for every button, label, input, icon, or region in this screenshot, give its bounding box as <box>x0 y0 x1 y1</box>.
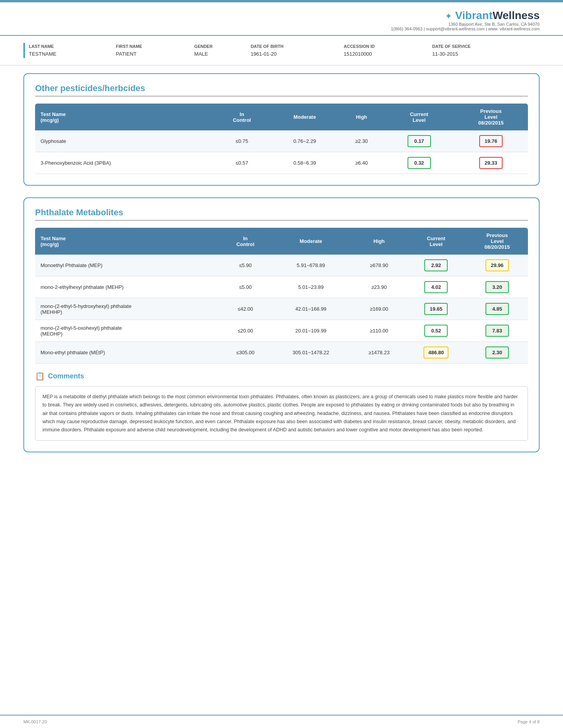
in-control: ≤5.00 <box>221 276 270 298</box>
patient-dos: 11-30-2015 <box>432 50 540 58</box>
pesticides-header-row: Test Name(mcg/g) InControl Moderate High… <box>35 104 528 130</box>
patient-gender: MALE <box>194 50 251 58</box>
col-moderate: Moderate <box>271 104 339 130</box>
patient-col-lastname: LAST NAME <box>24 43 116 50</box>
moderate: 305.01~1478.22 <box>270 342 352 364</box>
table-row: Monoethyl Phthalate (MEP) ≤5.90 5.91~678… <box>35 255 528 276</box>
in-control: ≤0.75 <box>213 130 271 152</box>
table-row: mono-(2-ethyl-5-hydroxyhexyl) phthalate(… <box>35 298 528 320</box>
moderate: 0.76~2.29 <box>271 130 339 152</box>
logo-title: ✦ VibrantWellness <box>391 9 540 22</box>
in-control: ≤0.57 <box>213 152 271 174</box>
previous-level: 7.83 <box>466 320 528 342</box>
col-test-name: Test Name(mcg/g) <box>35 104 213 130</box>
patient-header-row: LAST NAME FIRST NAME GENDER DATE OF BIRT… <box>24 43 540 50</box>
test-name: mono-(2-ethyl-5-hydroxyhexyl) phthalate(… <box>35 298 221 320</box>
table-row: Mono-ethyl phthalate (MEtP) ≤305.00 305.… <box>35 342 528 364</box>
previous-level: 2.30 <box>466 342 528 364</box>
moderate: 42.01~168.99 <box>270 298 352 320</box>
table-row: mono-2-ethylhexyl phthalate (MEHP) ≤5.00… <box>35 276 528 298</box>
patient-firstname: PATIENT <box>116 50 194 58</box>
previous-level: 4.85 <box>466 298 528 320</box>
previous-level: 29.96 <box>466 255 528 276</box>
current-level: 486.80 <box>406 342 466 364</box>
current-level: 19.65 <box>406 298 466 320</box>
test-name: mono-(2-ethyl-5-oxohexyl) phthalate(MEOH… <box>35 320 221 342</box>
previous-level: 19.76 <box>454 130 528 152</box>
footer-left: MK-0017-20 <box>23 719 47 724</box>
table-row: mono-(2-ethyl-5-oxohexyl) phthalate(MEOH… <box>35 320 528 342</box>
main-content: Other pesticides/herbcides Test Name(mcg… <box>0 65 563 472</box>
moderate: 5.91~678.89 <box>270 255 352 276</box>
patient-col-dob: DATE OF BIRTH <box>251 43 344 50</box>
logo-name-part2: Wellness <box>492 9 540 21</box>
moderate: 5.01~23.89 <box>270 276 352 298</box>
test-name: 3-Phenoxybenzoic Acid (3PBA) <box>35 152 213 174</box>
section-phthalates: Phthalate Metabolites Test Name(mcg/g) I… <box>23 197 540 452</box>
patient-col-dos: DATE OF SERVICE <box>432 43 540 50</box>
in-control: ≤20.00 <box>221 320 270 342</box>
phthalates-table: Test Name(mcg/g) InControl Moderate High… <box>35 228 528 364</box>
section-pesticides: Other pesticides/herbcides Test Name(mcg… <box>23 73 540 186</box>
section-pesticides-title: Other pesticides/herbcides <box>35 83 528 97</box>
high: ≥6.40 <box>339 152 384 174</box>
col-in-control: InControl <box>213 104 271 130</box>
logo-icon: ✦ <box>445 11 452 21</box>
patient-lastname: TESTNAME <box>24 50 116 58</box>
comments-section: 📋 Comments MEP is a metabolite of diethy… <box>35 371 528 441</box>
logo-area: ✦ VibrantWellness 1360 Bayport Ave, Ste … <box>391 9 540 31</box>
table-row: Glyphosate ≤0.75 0.76~2.29 ≥2.30 0.17 19… <box>35 130 528 152</box>
high: ≥169.00 <box>352 298 406 320</box>
col-test-name2: Test Name(mcg/g) <box>35 228 221 255</box>
current-level: 0.17 <box>384 130 454 152</box>
col-in-control2: InControl <box>221 228 270 255</box>
current-level: 2.92 <box>406 255 466 276</box>
patient-data-row: TESTNAME PATIENT MALE 1961-01-20 1512010… <box>24 50 540 58</box>
in-control: ≤305.00 <box>221 342 270 364</box>
col-current-level2: CurrentLevel <box>406 228 466 255</box>
phthalates-header-row: Test Name(mcg/g) InControl Moderate High… <box>35 228 528 255</box>
moderate: 0.58~6.39 <box>271 152 339 174</box>
current-level: 0.52 <box>406 320 466 342</box>
logo-address: 1360 Bayport Ave, Ste B, San Carlos, CA … <box>391 22 540 26</box>
high: ≥1478.23 <box>352 342 406 364</box>
patient-col-firstname: FIRST NAME <box>116 43 194 50</box>
header: ✦ VibrantWellness 1360 Bayport Ave, Ste … <box>0 2 563 36</box>
col-previous-level: PreviousLevel08/20/2015 <box>454 104 528 130</box>
logo-contact: 1(866) 364-0963 | support@vibrant-wellne… <box>391 26 540 31</box>
previous-level: 3.20 <box>466 276 528 298</box>
footer-right: Page 4 of 8 <box>518 719 540 724</box>
patient-col-gender: GENDER <box>194 43 251 50</box>
test-name: Monoethyl Phthalate (MEP) <box>35 255 221 276</box>
table-row: 3-Phenoxybenzoic Acid (3PBA) ≤0.57 0.58~… <box>35 152 528 174</box>
comments-text: MEP is a metabolite of diethyl phthalate… <box>35 386 528 441</box>
test-name: Mono-ethyl phthalate (MEtP) <box>35 342 221 364</box>
high: ≥23.90 <box>352 276 406 298</box>
col-current-level: CurrentLevel <box>384 104 454 130</box>
high: ≥2.30 <box>339 130 384 152</box>
test-name: Glyphosate <box>35 130 213 152</box>
col-moderate2: Moderate <box>270 228 352 255</box>
high: ≥110.00 <box>352 320 406 342</box>
comments-title: 📋 Comments <box>35 371 528 381</box>
comments-icon: 📋 <box>35 371 45 381</box>
patient-col-accession: ACCESSION ID <box>344 43 432 50</box>
current-level: 0.32 <box>384 152 454 174</box>
test-name: mono-2-ethylhexyl phthalate (MEHP) <box>35 276 221 298</box>
current-level: 4.02 <box>406 276 466 298</box>
patient-accession: 1512010000 <box>344 50 432 58</box>
in-control: ≤5.90 <box>221 255 270 276</box>
high: ≥678.90 <box>352 255 406 276</box>
moderate: 20.01~109.99 <box>270 320 352 342</box>
section-phthalates-title: Phthalate Metabolites <box>35 207 528 221</box>
pesticides-table: Test Name(mcg/g) InControl Moderate High… <box>35 104 528 174</box>
patient-table: LAST NAME FIRST NAME GENDER DATE OF BIRT… <box>23 43 540 58</box>
footer: MK-0017-20 Page 4 of 8 <box>0 715 563 728</box>
patient-info: LAST NAME FIRST NAME GENDER DATE OF BIRT… <box>0 36 563 65</box>
patient-dob: 1961-01-20 <box>251 50 344 58</box>
in-control: ≤42.00 <box>221 298 270 320</box>
logo-name-part1: Vibrant <box>455 9 492 21</box>
col-high2: High <box>352 228 406 255</box>
col-high: High <box>339 104 384 130</box>
col-previous-level2: PreviousLevel08/20/2015 <box>466 228 528 255</box>
